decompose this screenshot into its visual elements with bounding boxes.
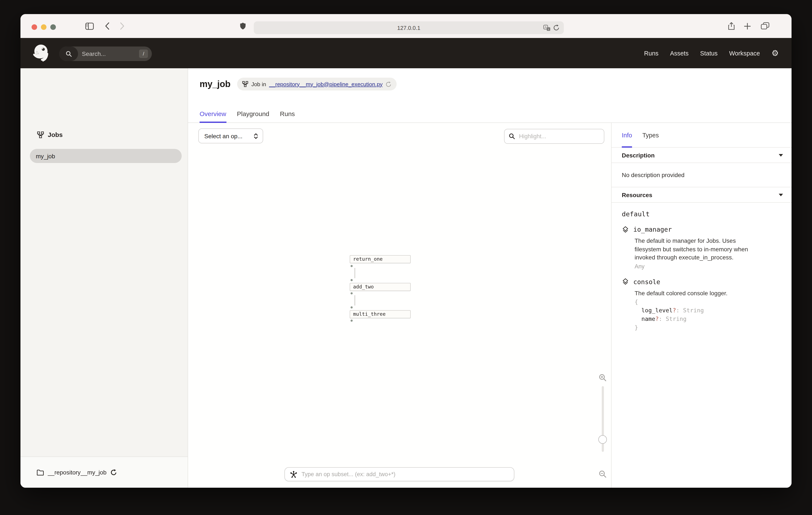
resource-group-name: default	[622, 210, 781, 218]
url-bar[interactable]: 127.0.0.1 Ax	[254, 21, 564, 34]
main-area: my_job Job in __repository__my_job@pipel…	[188, 68, 791, 488]
input-port-dot[interactable]	[351, 279, 353, 281]
close-window-button[interactable]	[32, 24, 37, 30]
page-title: my_job	[200, 79, 231, 89]
svg-text:A: A	[545, 25, 547, 29]
description-section-header[interactable]: Description	[612, 147, 791, 163]
resources-section-header[interactable]: Resources	[612, 187, 791, 203]
schema-brace: }	[635, 324, 638, 331]
nav-runs[interactable]: Runs	[644, 50, 659, 57]
resource-description: The default io manager for Jobs. Uses fi…	[635, 237, 762, 262]
op-selector-label: Select an op...	[204, 133, 242, 139]
zoom-in-icon[interactable]	[599, 374, 607, 382]
sidebar-item-label: my_job	[36, 153, 55, 159]
resources-content: default io_manager The default io manage…	[612, 203, 791, 331]
resource-icon	[622, 278, 629, 286]
nav-assets[interactable]: Assets	[670, 50, 689, 57]
config-schema: { log_level?: String name?: String }	[635, 297, 781, 331]
reload-icon[interactable]	[553, 24, 559, 31]
job-header: my_job Job in __repository__my_job@pipel…	[188, 68, 791, 123]
new-tab-icon[interactable]	[744, 14, 751, 38]
resource-name: console	[633, 278, 660, 286]
settings-gear-icon[interactable]: ⚙	[772, 49, 779, 57]
job-origin-badge: Job in __repository__my_job@pipeline_exe…	[237, 78, 397, 90]
badge-prefix: Job in	[252, 81, 266, 87]
search-icon	[509, 133, 515, 139]
collapse-caret-icon	[779, 154, 783, 156]
back-button-icon[interactable]	[105, 14, 110, 38]
sidebar-toggle-icon[interactable]	[85, 14, 94, 38]
section-title: Resources	[622, 191, 652, 198]
dagster-logo[interactable]	[32, 44, 51, 62]
graph-node-add-two[interactable]: add_two	[350, 283, 411, 291]
nav-workspace[interactable]: Workspace	[729, 50, 760, 57]
job-graph-icon	[37, 131, 44, 138]
pipeline-file-link[interactable]: __repository__my_job@pipeline_execution.…	[269, 81, 382, 87]
global-search[interactable]: /	[59, 47, 152, 61]
input-port-dot[interactable]	[351, 306, 353, 308]
content-area: Jobs my_job __repository__my_job	[21, 68, 791, 488]
panel-tab-info[interactable]: Info	[622, 123, 632, 147]
chevron-up-down-icon	[253, 133, 258, 139]
resource-type: Any	[635, 263, 781, 269]
url-text: 127.0.0.1	[397, 25, 420, 31]
badge-reload-icon[interactable]	[385, 81, 392, 87]
traffic-lights	[32, 24, 56, 30]
description-empty-text: No description provided	[612, 163, 791, 187]
search-icon	[59, 47, 78, 61]
collapse-caret-icon	[779, 193, 783, 196]
browser-toolbar: 127.0.0.1 Ax	[21, 14, 791, 38]
schema-field: log_level?: String	[635, 306, 781, 315]
graph-node-return-one[interactable]: return_one	[350, 255, 411, 263]
op-subset-input[interactable]	[301, 471, 503, 478]
op-subset-bar	[285, 467, 514, 481]
highlight-search[interactable]	[504, 129, 604, 144]
graph-node-multi-three[interactable]: multi_three	[350, 310, 411, 318]
zoom-out-icon[interactable]	[599, 470, 607, 478]
resource-io-manager: io_manager	[622, 226, 781, 234]
screenshot-stage: 127.0.0.1 Ax	[0, 0, 812, 515]
app-header: / Runs Assets Status Workspace ⚙	[21, 38, 791, 68]
search-shortcut-key: /	[139, 50, 148, 58]
tab-runs[interactable]: Runs	[280, 105, 295, 123]
tab-overview[interactable]: Overview	[200, 105, 226, 123]
translate-icon[interactable]: Ax	[543, 25, 551, 31]
info-panel: Info Types Description No description pr…	[611, 123, 791, 488]
highlight-input[interactable]	[518, 133, 597, 140]
schema-brace: {	[635, 298, 638, 305]
repository-link[interactable]: __repository__my_job	[48, 469, 107, 476]
tab-overview-icon[interactable]	[761, 14, 770, 38]
sidebar-footer: __repository__my_job	[21, 457, 187, 488]
search-input[interactable]	[78, 50, 129, 58]
graph-edge	[354, 268, 355, 278]
minimize-window-button[interactable]	[41, 24, 47, 30]
share-icon[interactable]	[728, 14, 735, 38]
graph-edge	[354, 295, 355, 305]
browser-window: 127.0.0.1 Ax	[21, 14, 791, 488]
section-title: Description	[622, 152, 655, 159]
shield-icon[interactable]	[240, 14, 246, 38]
zoom-controls	[594, 123, 611, 488]
svg-text:x: x	[548, 27, 549, 30]
reload-repository-icon[interactable]	[111, 469, 117, 476]
output-port-dot[interactable]	[351, 320, 353, 322]
op-selector-syntax-icon	[290, 471, 297, 478]
panel-tab-types[interactable]: Types	[642, 123, 659, 147]
panel-tabs: Info Types	[612, 123, 791, 147]
output-port-dot[interactable]	[351, 292, 353, 294]
resource-icon	[622, 226, 629, 233]
top-nav: Runs Assets Status Workspace ⚙	[644, 38, 779, 68]
op-selector-dropdown[interactable]: Select an op...	[198, 129, 263, 143]
schema-field: name?: String	[635, 315, 781, 323]
job-tabs: Overview Playground Runs	[200, 105, 295, 123]
jobs-sidebar: Jobs my_job __repository__my_job	[21, 68, 188, 488]
zoom-window-button[interactable]	[50, 24, 56, 30]
zoom-slider-handle[interactable]	[598, 435, 607, 444]
tab-playground[interactable]: Playground	[237, 105, 269, 123]
output-port-dot[interactable]	[351, 265, 353, 267]
forward-button-icon[interactable]	[120, 14, 124, 38]
resource-name: io_manager	[633, 226, 672, 234]
nav-status[interactable]: Status	[700, 50, 718, 57]
sidebar-item-my-job[interactable]: my_job	[30, 149, 182, 163]
job-icon	[242, 81, 249, 87]
